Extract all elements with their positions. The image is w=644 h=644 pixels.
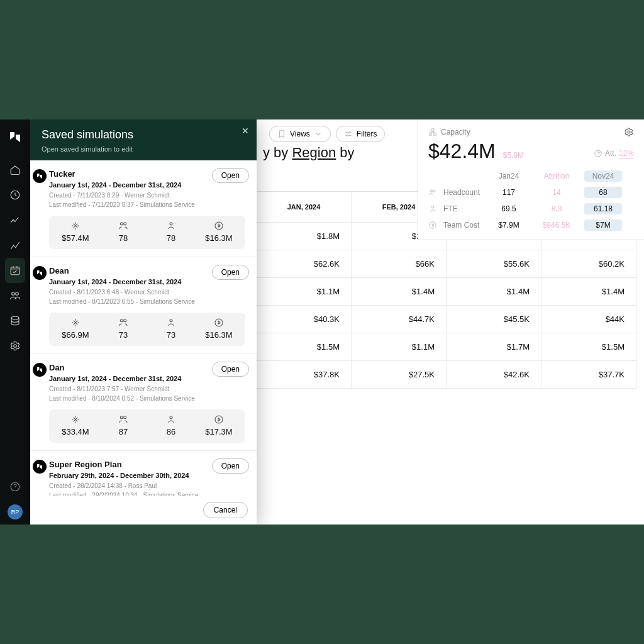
grid-cell: $37.7K <box>541 361 636 389</box>
row-fte-nov: 61.18 <box>584 203 622 214</box>
simulation-modified: Last modified - 8/10/2024 0:52 - Simulat… <box>49 394 245 403</box>
nav-home[interactable] <box>5 157 25 182</box>
row-fte-label: FTE <box>443 204 486 213</box>
att-label: Att. <box>605 149 616 158</box>
simulation-stat: $57.4M <box>52 221 99 243</box>
grid-cell: $45.5K <box>447 306 541 333</box>
headcount-icon <box>428 188 437 197</box>
breadcrumb-suffix: by <box>340 145 354 160</box>
grid-cell: $1.4M <box>352 278 447 306</box>
grid-cell: $44K <box>541 306 636 333</box>
svg-point-5 <box>14 345 17 348</box>
filters-button[interactable]: Filters <box>336 126 386 142</box>
stat-icon <box>147 221 195 231</box>
grid-cell: $1.7M <box>447 333 541 361</box>
grid-cell: $37.8K <box>257 361 352 389</box>
app-frame: RP Views Filters y by Region by <box>0 119 644 525</box>
open-button[interactable]: Open <box>212 458 249 474</box>
simulation-badge-icon <box>33 460 47 474</box>
row-headcount-label: Headcount <box>443 188 486 197</box>
simulation-stat: $17.3M <box>195 414 243 436</box>
svg-point-8 <box>347 135 348 136</box>
grid-cell: $1.1M <box>257 278 352 306</box>
row-fte-attr: 8.3 <box>531 204 582 213</box>
grid-cell: $42.6K <box>447 361 541 389</box>
svg-point-12 <box>628 131 630 133</box>
nav-calendar[interactable] <box>5 258 25 283</box>
gear-icon[interactable] <box>624 127 634 137</box>
stat-icon <box>52 318 99 328</box>
svg-point-2 <box>12 292 15 296</box>
svg-point-28 <box>170 416 172 419</box>
bookmark-icon <box>277 130 286 138</box>
row-cost-label: Team Cost <box>443 221 486 230</box>
svg-rect-9 <box>431 129 434 131</box>
simulation-modified: Last modified - 7/11/2023 8:37 - Simulat… <box>49 200 245 209</box>
grid-cell: $55.6K <box>447 250 541 278</box>
nav-settings[interactable] <box>5 333 25 358</box>
modal-subtitle: Open saved simulation to edit <box>42 145 245 153</box>
simulation-modified: Last modified - 8/11/2023 6:55 - Simulat… <box>49 297 245 306</box>
svg-rect-10 <box>430 133 432 136</box>
svg-point-18 <box>120 223 123 225</box>
grid-cell: $1.1M <box>352 333 447 361</box>
open-button[interactable]: Open <box>212 168 249 183</box>
simulation-stat: 73 <box>99 318 147 340</box>
summary-table: Jan24 Attrition Nov24 Headcount 117 14 6… <box>428 168 634 233</box>
col-nov: Nov24 <box>584 170 622 182</box>
grid-cell: $27.5K <box>352 361 447 389</box>
modal-title: Saved simulations <box>42 128 245 142</box>
nav-analytics[interactable] <box>5 208 25 233</box>
simulation-stats: $66.9M7373$16.3M <box>49 313 245 346</box>
grid-cell: $44.7K <box>352 306 447 333</box>
row-headcount-jan: 117 <box>489 188 529 197</box>
svg-point-15 <box>433 190 436 192</box>
user-avatar[interactable]: RP <box>8 504 23 519</box>
simulation-stat: 86 <box>147 414 195 436</box>
simulation-badge-icon <box>33 169 47 183</box>
grid-col-header: JAN, 2024 <box>257 192 352 223</box>
simulation-badge-icon <box>33 363 47 377</box>
stat-icon <box>195 318 243 328</box>
stat-icon <box>52 221 99 231</box>
grid-cell: $60.2K <box>541 250 636 278</box>
stat-icon <box>195 414 243 425</box>
grid-cell: $40.3K <box>257 306 352 333</box>
grid-cell: $66K <box>352 250 447 278</box>
nav-rail: RP <box>0 119 30 525</box>
stat-icon <box>99 414 147 425</box>
stat-icon <box>52 414 99 425</box>
svg-point-24 <box>170 319 172 322</box>
cancel-button[interactable]: Cancel <box>203 502 248 518</box>
col-jan: Jan24 <box>489 172 529 180</box>
open-button[interactable]: Open <box>212 362 249 377</box>
nav-people[interactable] <box>5 283 25 308</box>
nav-clock[interactable] <box>5 182 25 208</box>
filters-label: Filters <box>357 130 377 138</box>
breadcrumb-region[interactable]: Region <box>292 145 336 160</box>
nav-chart[interactable] <box>5 233 25 258</box>
views-button[interactable]: Views <box>269 126 331 142</box>
row-headcount-nov: 68 <box>584 187 622 198</box>
simulation-item: OpenTuckerJanuary 1st, 2024 - December 3… <box>30 160 257 257</box>
simulation-stat: $33.4M <box>52 414 99 436</box>
views-label: Views <box>290 130 310 138</box>
nav-help[interactable] <box>8 479 23 494</box>
row-fte-jan: 69.5 <box>489 204 529 213</box>
simulation-stat: $16.3M <box>195 221 243 243</box>
modal-header: Saved simulations Open saved simulation … <box>30 119 257 160</box>
nav-database[interactable] <box>5 308 25 333</box>
simulation-stat: 78 <box>147 221 195 243</box>
stat-icon <box>147 414 195 425</box>
simulation-stat: 78 <box>99 221 147 243</box>
svg-point-19 <box>124 223 126 225</box>
simulation-item: OpenDanJanuary 1st, 2024 - December 31st… <box>30 354 257 451</box>
simulation-stat: $16.3M <box>195 318 243 340</box>
svg-point-7 <box>348 132 350 133</box>
row-cost-jan: $7.9M <box>489 221 529 230</box>
grid-cell: $1.8M <box>257 223 352 250</box>
close-icon[interactable]: ✕ <box>242 126 249 136</box>
summary-panel: Capacity $42.4M $5.9M Att. 12% Jan24 Att… <box>418 119 644 240</box>
open-button[interactable]: Open <box>212 265 249 280</box>
att-pct: 12% <box>619 149 634 158</box>
